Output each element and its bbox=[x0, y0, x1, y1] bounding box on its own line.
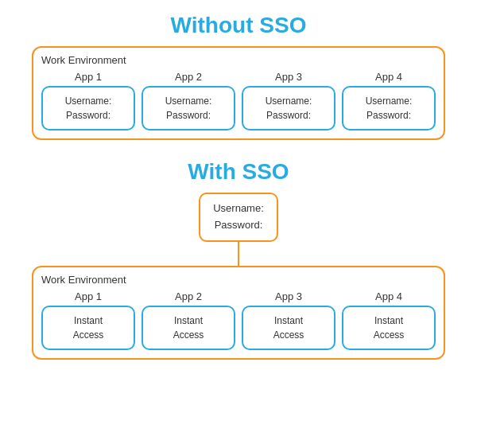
sso-app-3-label: App 3 bbox=[275, 290, 302, 302]
sso-app-2-label: App 2 bbox=[175, 290, 202, 302]
without-app-1-label: App 1 bbox=[75, 71, 102, 83]
sso-app-1: App 1 InstantAccess bbox=[41, 290, 135, 350]
sso-app-1-access: InstantAccess bbox=[41, 306, 135, 350]
without-sso-work-env: Work Environment App 1 Username:Password… bbox=[32, 46, 445, 140]
sso-app-1-label: App 1 bbox=[75, 290, 102, 302]
sso-app-2: App 2 InstantAccess bbox=[142, 290, 235, 350]
without-sso-apps-row: App 1 Username:Password: App 2 Username:… bbox=[41, 71, 436, 131]
with-sso-work-env: Work Environment App 1 InstantAccess App… bbox=[32, 266, 445, 360]
sso-app-4-access: InstantAccess bbox=[342, 306, 436, 350]
without-sso-section: Without SSO Work Environment App 1 Usern… bbox=[32, 13, 445, 140]
sso-app-3: App 3 InstantAccess bbox=[242, 290, 335, 350]
with-sso-apps-row: App 1 InstantAccess App 2 InstantAccess … bbox=[41, 290, 436, 350]
without-sso-env-label: Work Environment bbox=[41, 54, 436, 66]
without-app-2-label: App 2 bbox=[175, 71, 202, 83]
without-app-3-label: App 3 bbox=[275, 71, 302, 83]
sso-app-2-access: InstantAccess bbox=[142, 306, 235, 350]
without-app-1-cred: Username:Password: bbox=[41, 86, 135, 131]
without-app-3-cred: Username:Password: bbox=[242, 86, 335, 131]
without-app-2-cred: Username:Password: bbox=[142, 86, 235, 131]
with-sso-title: With SSO bbox=[188, 159, 289, 185]
without-app-1: App 1 Username:Password: bbox=[41, 71, 135, 131]
sso-app-4: App 4 InstantAccess bbox=[342, 290, 436, 350]
without-sso-title: Without SSO bbox=[171, 13, 307, 38]
sso-app-4-label: App 4 bbox=[375, 290, 402, 302]
without-app-4: App 4 Username:Password: bbox=[342, 71, 436, 131]
without-app-2: App 2 Username:Password: bbox=[142, 71, 235, 131]
without-app-4-label: App 4 bbox=[375, 71, 402, 83]
with-sso-env-label: Work Environment bbox=[41, 274, 436, 286]
without-app-3: App 3 Username:Password: bbox=[242, 71, 335, 131]
sso-app-3-access: InstantAccess bbox=[242, 306, 335, 350]
with-sso-section: With SSO Username:Password: Work Environ… bbox=[32, 159, 445, 360]
without-app-4-cred: Username:Password: bbox=[342, 86, 436, 131]
sso-credential-box: Username:Password: bbox=[199, 193, 278, 242]
sso-connector-line bbox=[238, 242, 239, 266]
